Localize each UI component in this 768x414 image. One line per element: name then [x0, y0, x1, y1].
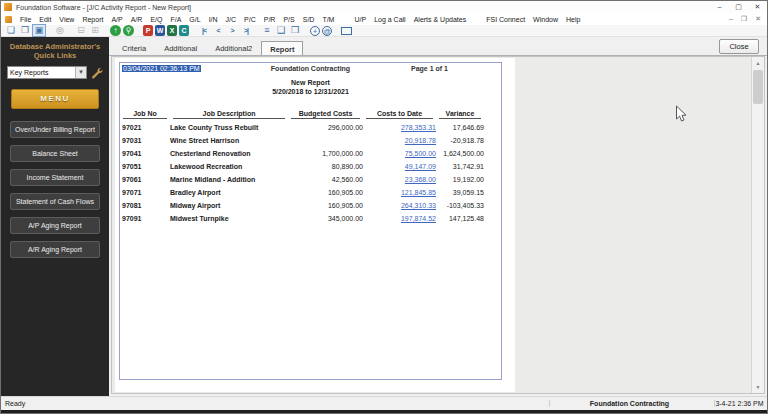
maximize-icon[interactable]: ▢ [729, 1, 748, 13]
menu-p-s[interactable]: P/S [279, 16, 298, 23]
cell-budgeted-costs: 160,905.00 [288, 202, 363, 209]
report-details-icon[interactable]: ❒ [289, 25, 301, 36]
menu-p-c[interactable]: P/C [240, 16, 260, 23]
zoom-icon[interactable]: ⚲ [123, 25, 134, 36]
menu-fsi-connect[interactable]: FSI Connect [482, 16, 529, 23]
scroll-up-icon[interactable]: ▲ [752, 57, 764, 69]
mdi-minimize-icon[interactable]: – [729, 15, 733, 23]
remote-monitor-icon[interactable] [341, 27, 352, 35]
status-ready: Ready [5, 400, 25, 407]
menu-alerts-updates[interactable]: Alerts & Updates [410, 16, 471, 23]
tab-additional2[interactable]: Additional2 [206, 40, 261, 56]
costs-to-date-link[interactable]: 20,918.78 [405, 137, 436, 144]
menu-s-d[interactable]: S/D [299, 16, 319, 23]
active-window-icon[interactable]: ▣ [33, 25, 45, 36]
new-report-icon[interactable]: ❑ [275, 25, 287, 36]
prev-page-icon[interactable]: < [212, 25, 224, 36]
sidebar-button-statement-of-cash-flows[interactable]: Statement of Cash Flows [10, 193, 100, 210]
menu-t-m[interactable]: T/M [318, 16, 338, 23]
menu-a-p[interactable]: A/P [107, 16, 126, 23]
last-page-icon[interactable]: >| [240, 25, 252, 36]
report-page: 03/04/2021 02:36:13 PM Foundation Contra… [115, 58, 515, 392]
menu-g-l[interactable]: G/L [185, 16, 204, 23]
menu-p-r[interactable]: P/R [260, 16, 280, 23]
refresh-icon[interactable]: + [310, 26, 320, 36]
menu-e-q[interactable]: E/Q [146, 16, 166, 23]
menu-edit[interactable]: Edit [35, 16, 55, 23]
sidebar-button-a-r-aging-report[interactable]: A/R Aging Report [10, 241, 100, 258]
email-report-icon[interactable]: ↑ [110, 25, 121, 36]
cell-variance: -20,918.78 [436, 137, 484, 144]
costs-to-date-link[interactable]: 49,147.09 [405, 163, 436, 170]
scroll-down-icon[interactable]: ▼ [752, 381, 764, 393]
cell-job-no: 97041 [120, 150, 170, 157]
tab-report[interactable]: Report [261, 41, 303, 57]
report-viewer: 03/04/2021 02:36:13 PM Foundation Contra… [111, 56, 765, 394]
sidebar-button-income-statement[interactable]: Income Statement [10, 169, 100, 186]
tile-windows-icon[interactable]: ❏ [5, 25, 17, 36]
menu-help[interactable]: Help [562, 16, 584, 23]
costs-to-date-link[interactable]: 264,310.33 [401, 202, 436, 209]
report-group-dropdown[interactable]: Key Reports ▼ [7, 66, 87, 79]
cell-job-no: 97061 [120, 176, 170, 183]
chevron-down-icon[interactable]: ▼ [75, 67, 86, 78]
menu-view[interactable]: View [55, 16, 78, 23]
app-window: Foundation Software - [J/C Activity Repo… [0, 0, 768, 414]
menu-i-n[interactable]: I/N [205, 16, 222, 23]
export-csv-icon[interactable]: C [179, 25, 189, 36]
close-icon[interactable]: ✕ [748, 1, 767, 13]
next-page-icon[interactable]: > [226, 25, 238, 36]
cell-job-description: Midway Airport [170, 202, 288, 209]
vertical-scrollbar[interactable]: ▲ ▼ [751, 57, 764, 393]
scrollbar-thumb[interactable] [753, 70, 763, 104]
print-preview-icon[interactable]: ⊞ [89, 25, 101, 36]
menu-f-a[interactable]: F/A [166, 16, 185, 23]
menu-j-c[interactable]: J/C [222, 16, 241, 23]
cell-job-no: 97081 [120, 202, 170, 209]
report-group-value: Key Reports [8, 69, 75, 76]
menu-window[interactable]: Window [529, 16, 562, 23]
window-controls: – ▢ ✕ [710, 1, 767, 13]
cell-budgeted-costs: 160,905.00 [288, 189, 363, 196]
tab-additional[interactable]: Additional [155, 40, 206, 56]
window-title: Foundation Software - [J/C Activity Repo… [16, 4, 191, 11]
mdi-restore-icon[interactable]: ❐ [741, 15, 747, 23]
report-title: New Report [120, 79, 501, 86]
costs-to-date-link[interactable]: 75,500.00 [405, 150, 436, 157]
export-pdf-icon[interactable]: P [143, 25, 153, 36]
costs-to-date-link[interactable]: 197,874.52 [401, 215, 436, 222]
print-icon[interactable]: ⊟ [75, 25, 87, 36]
cell-variance: 19,192.00 [436, 176, 484, 183]
report-table: Job NoJob DescriptionBudgeted CostsCosts… [120, 107, 501, 225]
minimize-icon[interactable]: – [710, 1, 729, 13]
tab-criteria[interactable]: Criteria [113, 40, 155, 56]
menu-file[interactable]: File [16, 16, 35, 23]
sidebar-button-a-p-aging-report[interactable]: A/P Aging Report [10, 217, 100, 234]
tip-lightbulb-icon[interactable]: ◎ [54, 25, 66, 36]
cell-budgeted-costs: 42,560.00 [288, 176, 363, 183]
costs-to-date-link[interactable]: 23,368.00 [405, 176, 436, 183]
fsi-connect-icon[interactable]: @ [322, 26, 332, 36]
mdi-close-icon[interactable]: ✕ [755, 15, 761, 23]
cascade-windows-icon[interactable]: ❐ [19, 25, 31, 36]
table-row: 97031Wine Street Harrison20,918.78-20,91… [120, 134, 501, 147]
costs-to-date-link[interactable]: 121,845.85 [401, 189, 436, 196]
first-page-icon[interactable]: |< [198, 25, 210, 36]
costs-to-date-link[interactable]: 278,353.31 [401, 124, 436, 131]
sidebar-button-over-under-billing-report[interactable]: Over/Under Billing Report [10, 121, 100, 138]
menu-a-r[interactable]: A/R [127, 16, 147, 23]
export-excel-icon[interactable]: X [167, 25, 177, 36]
export-word-icon[interactable]: W [155, 25, 165, 36]
title-bar: Foundation Software - [J/C Activity Repo… [1, 1, 767, 13]
report-list-icon[interactable]: ≡ [261, 25, 273, 36]
cell-costs-to-date: 23,368.00 [363, 176, 436, 183]
wrench-icon[interactable] [91, 67, 103, 79]
menu-report[interactable]: Report [78, 16, 107, 23]
cell-costs-to-date: 49,147.09 [363, 163, 436, 170]
menu-u-p[interactable]: U/P [350, 16, 370, 23]
sidebar-button-balance-sheet[interactable]: Balance Sheet [10, 145, 100, 162]
sidebar-header: Database Administrator's Quick Links [10, 42, 100, 60]
close-button[interactable]: Close [719, 39, 759, 54]
menu-log-a-call[interactable]: Log a Call [370, 16, 410, 23]
menu-button[interactable]: MENU [11, 89, 99, 109]
